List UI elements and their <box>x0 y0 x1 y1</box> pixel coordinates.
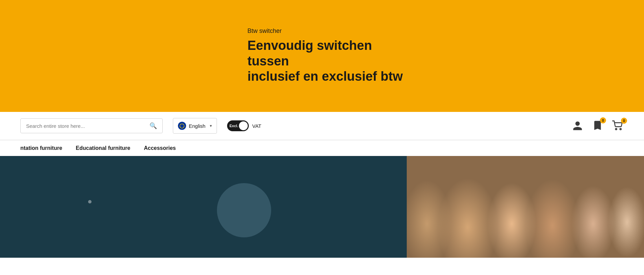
hero-title-line2: inclusief en exclusief btw <box>247 69 403 83</box>
decorative-circle-small <box>88 200 92 203</box>
wishlist-button[interactable]: 0 <box>592 120 603 132</box>
vat-text: VAT <box>252 123 261 129</box>
language-switcher[interactable]: English ▾ <box>173 118 217 134</box>
decorative-circle-large <box>217 183 271 237</box>
search-icon[interactable]: 🔍 <box>149 122 157 130</box>
navbar: ntation furniture Educational furniture … <box>0 140 644 156</box>
chevron-down-icon: ▾ <box>210 123 212 128</box>
people-background <box>407 156 644 258</box>
user-account-button[interactable] <box>572 120 583 131</box>
search-input[interactable] <box>26 123 149 129</box>
hero-title-line1: Eenvoudig switchen tussen <box>247 38 372 68</box>
toggle-label: Excl. <box>229 124 238 128</box>
nav-item-educational[interactable]: Educational furniture <box>76 145 130 151</box>
hero-section: Btw switcher Eenvoudig switchen tussen i… <box>0 0 644 112</box>
hero-title: Eenvoudig switchen tussen inclusief en e… <box>247 38 417 84</box>
header-icons: 0 0 <box>572 120 624 132</box>
nav-item-presentation[interactable]: ntation furniture <box>20 145 62 151</box>
cart-badge: 0 <box>621 118 627 124</box>
eu-flag-icon <box>178 122 186 130</box>
search-box[interactable]: 🔍 <box>20 118 163 133</box>
toggle-thumb <box>239 121 248 130</box>
wishlist-badge: 0 <box>600 117 606 123</box>
hero-label: Btw switcher <box>247 27 417 35</box>
hero-image-section <box>0 156 644 258</box>
user-icon <box>572 120 583 131</box>
nav-item-accessories[interactable]: Accessories <box>144 145 176 151</box>
vat-toggle[interactable]: Excl. <box>227 120 249 131</box>
vat-switcher[interactable]: Excl. VAT <box>227 120 261 131</box>
header: 🔍 English ▾ Excl. <box>0 112 644 140</box>
language-label: English <box>189 123 205 129</box>
cart-button[interactable]: 0 <box>612 120 624 131</box>
hero-content: Btw switcher Eenvoudig switchen tussen i… <box>247 27 417 84</box>
people-image-area <box>407 156 644 258</box>
